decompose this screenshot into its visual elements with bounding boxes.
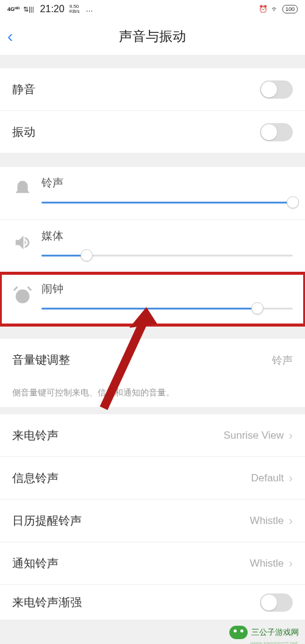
alarm-volume-label: 闹钟: [41, 281, 293, 296]
ringtone-volume-slider[interactable]: [41, 196, 293, 208]
ringtone-volume-row: 铃声: [0, 167, 305, 220]
incoming-ringtone-label: 来电铃声: [12, 428, 59, 444]
alarm-volume-slider[interactable]: [41, 302, 293, 314]
watermark-url: www.sangongzi.net: [250, 640, 298, 644]
more-icon: …: [86, 5, 93, 13]
mute-label: 静音: [12, 82, 35, 97]
alarm-volume-row: 闹钟: [0, 273, 305, 325]
signal-icon: ⇅|||: [23, 5, 34, 13]
page-title: 声音与振动: [119, 27, 186, 46]
clock: 21:20: [40, 4, 65, 15]
message-ringtone-row[interactable]: 信息铃声 Default ›: [0, 457, 305, 500]
chevron-right-icon: ›: [289, 514, 293, 528]
media-volume-slider[interactable]: [41, 249, 293, 261]
calendar-ringtone-row[interactable]: 日历提醒铃声 Whistle ›: [0, 500, 305, 542]
volume-key-label: 音量键调整: [12, 352, 70, 368]
media-volume-label: 媒体: [41, 228, 293, 243]
incoming-ringtone-row[interactable]: 来电铃声 Sunrise View ›: [0, 414, 305, 457]
watermark-text: 三公子游戏网: [251, 627, 299, 638]
notification-ringtone-row[interactable]: 通知铃声 Whistle ›: [0, 542, 305, 585]
mute-toggle[interactable]: [260, 80, 293, 99]
volume-key-row[interactable]: 音量键调整 铃声: [0, 339, 305, 381]
back-button[interactable]: ‹: [7, 28, 13, 45]
incoming-ringtone-value: Sunrise View: [223, 430, 284, 442]
volume-key-desc: 侧音量键可控制来电、信息和通知的音量。: [0, 381, 305, 407]
status-bar: 4Gᴴᴰ ⇅||| 21:20 9.50KB/s … ⏰ ᯤ 100: [0, 0, 305, 18]
notification-ringtone-label: 通知铃声: [12, 556, 59, 571]
data-rate: 9.50KB/s: [70, 4, 80, 14]
nav-header: ‹ 声音与振动: [0, 18, 305, 55]
chevron-right-icon: ›: [289, 471, 293, 485]
wifi-icon: ᯤ: [271, 5, 279, 13]
clock-icon: [12, 285, 33, 306]
watermark: 三公子游戏网: [229, 626, 299, 639]
ascending-ringtone-row[interactable]: 来电铃声渐强: [0, 585, 305, 620]
ascending-ringtone-toggle[interactable]: [260, 593, 293, 612]
battery-indicator: 100: [282, 5, 298, 13]
mute-row[interactable]: 静音: [0, 68, 305, 111]
network-indicator: 4Gᴴᴰ: [7, 6, 20, 12]
ascending-ringtone-label: 来电铃声渐强: [12, 595, 82, 610]
chevron-right-icon: ›: [289, 428, 293, 442]
watermark-logo-icon: [229, 626, 248, 639]
media-volume-row: 媒体: [0, 220, 305, 273]
svg-point-0: [16, 289, 30, 303]
bell-icon: [12, 179, 33, 200]
volume-key-value: 铃声: [272, 353, 293, 367]
calendar-ringtone-value: Whistle: [250, 515, 284, 527]
vibrate-row[interactable]: 振动: [0, 111, 305, 154]
message-ringtone-value: Default: [251, 472, 284, 484]
calendar-ringtone-label: 日历提醒铃声: [12, 513, 82, 529]
speaker-icon: [12, 232, 33, 253]
alarm-icon: ⏰: [259, 5, 268, 13]
vibrate-toggle[interactable]: [260, 123, 293, 141]
vibrate-label: 振动: [12, 124, 35, 140]
notification-ringtone-value: Whistle: [250, 557, 284, 570]
chevron-right-icon: ›: [289, 556, 293, 570]
message-ringtone-label: 信息铃声: [12, 470, 59, 486]
ringtone-volume-label: 铃声: [41, 175, 293, 190]
